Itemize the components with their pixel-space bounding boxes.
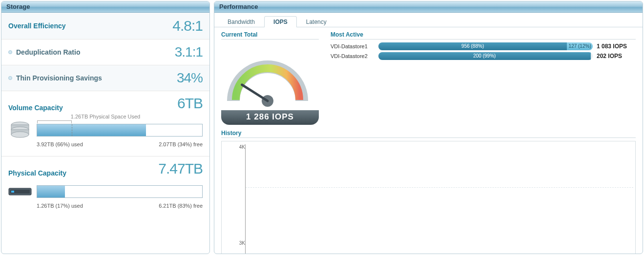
physical-used-fill [37, 186, 65, 197]
datastore-main-segment: 200 (99%) [378, 52, 591, 60]
disk-stack-icon [8, 120, 32, 140]
overall-efficiency-row: Overall Efficiency 4.8:1 [1, 13, 209, 39]
datastore-row: VDI-Datastore2200 (99%)202 IOPS [331, 52, 636, 60]
tab-bandwidth[interactable]: Bandwidth [218, 16, 264, 27]
iops-history-chart: IOPS 4K3K2K1K0 [221, 141, 636, 254]
volume-capacity-hint: 1.26TB Physical Space Used [8, 114, 203, 119]
current-total-section: Current Total 1 286 IO [221, 31, 319, 125]
overall-efficiency-label: Overall Efficiency [8, 22, 66, 30]
datastore-bar: 200 (99%) [378, 52, 593, 60]
volume-capacity-label: Volume Capacity [8, 104, 63, 112]
iops-gauge [221, 42, 314, 111]
datastore-name: VDI-Datastore2 [331, 53, 374, 59]
tab-latency[interactable]: Latency [297, 16, 336, 27]
datastore-name: VDI-Datastore1 [331, 43, 374, 49]
physical-capacity-block: Physical Capacity 7.47TB 1.26TB (17%) us… [1, 157, 209, 217]
performance-title: Performance [214, 1, 643, 13]
datastore-total: 1 083 IOPS [597, 43, 636, 50]
datastore-bar: 956 (88%)127 (12%) [378, 42, 593, 50]
most-active-section: Most Active VDI-Datastore1956 (88%)127 (… [331, 31, 636, 125]
datastore-sec-segment: 127 (12%) [567, 42, 593, 50]
physical-capacity-value: 7.47TB [158, 160, 203, 177]
volume-capacity-value: 6TB [177, 95, 203, 112]
chart-yaxis: 4K3K2K1K0 [230, 144, 245, 254]
volume-used-fill [37, 124, 146, 136]
history-section: History IOPS 4K3K2K1K0 07:1007:1507:2007… [221, 130, 636, 254]
storage-title: Storage [1, 1, 209, 13]
storage-panel: Storage Overall Efficiency 4.8:1 Dedupli… [1, 1, 210, 254]
dedup-row: Deduplication Ratio 3.1:1 [1, 39, 209, 65]
physical-capacity-label: Physical Capacity [8, 169, 66, 177]
bullet-icon [8, 50, 12, 54]
volume-physical-bracket [37, 120, 72, 123]
volume-used-text: 3.92TB (66%) used [37, 141, 83, 147]
volume-capacity-bar [37, 124, 203, 137]
chassis-icon [8, 182, 32, 201]
thin-value: 34% [177, 70, 203, 86]
volume-free-text: 2.07TB (34%) free [159, 141, 203, 147]
svg-point-4 [11, 132, 29, 137]
perf-tabs: Bandwidth IOPS Latency [214, 13, 643, 27]
overall-efficiency-value: 4.8:1 [172, 18, 203, 34]
bullet-icon [8, 76, 12, 80]
physical-used-text: 1.26TB (17%) used [37, 203, 83, 209]
history-label: History [221, 130, 636, 138]
current-total-label: Current Total [221, 31, 319, 39]
volume-capacity-block: Volume Capacity 6TB 1.26TB Physical Spac… [1, 91, 209, 157]
most-active-label: Most Active [331, 31, 636, 39]
dedup-value: 3.1:1 [175, 44, 203, 60]
performance-panel: Performance Bandwidth IOPS Latency Curre… [214, 1, 643, 254]
tab-iops[interactable]: IOPS [264, 16, 297, 27]
thin-label: Thin Provisioning Savings [8, 74, 102, 82]
volume-physical-marker [72, 124, 72, 136]
chart-plot [245, 144, 633, 254]
dedup-label: Deduplication Ratio [8, 48, 80, 56]
physical-capacity-bar [37, 185, 203, 198]
datastore-row: VDI-Datastore1956 (88%)127 (12%)1 083 IO… [331, 42, 636, 50]
svg-line-9 [242, 85, 268, 101]
datastore-total: 202 IOPS [597, 53, 636, 59]
datastore-main-segment: 956 (88%) [378, 42, 567, 50]
physical-free-text: 6.21TB (83%) free [159, 203, 203, 209]
gauge-reading: 1 286 IOPS [221, 110, 319, 125]
svg-rect-7 [11, 191, 14, 193]
thin-row: Thin Provisioning Savings 34% [1, 65, 209, 91]
